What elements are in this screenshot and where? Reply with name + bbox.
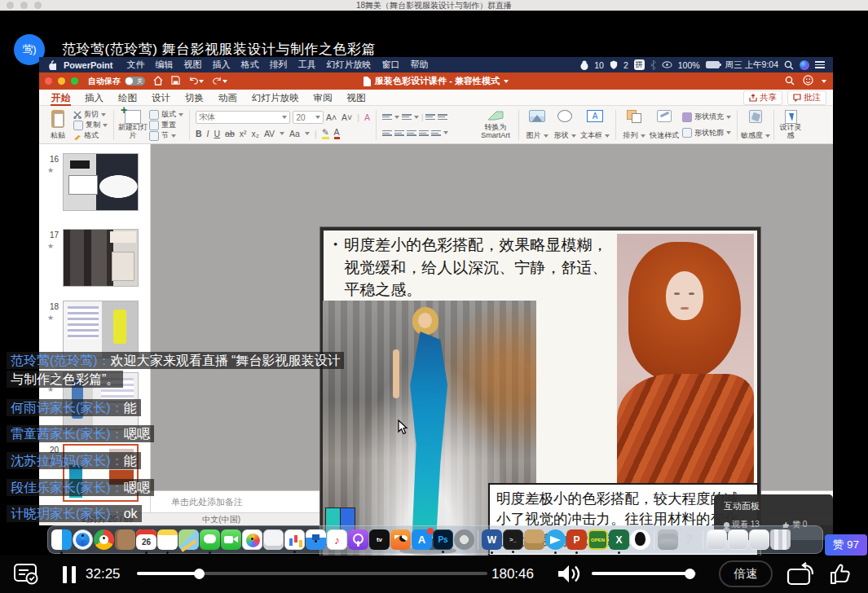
dock-icon-books[interactable] — [390, 529, 411, 550]
thumbnail-image[interactable] — [63, 229, 139, 287]
menu-item[interactable]: 工具 — [298, 59, 316, 71]
underline-button[interactable]: U — [214, 129, 221, 138]
volume-icon[interactable] — [556, 563, 582, 588]
dock-icon-file-drawer[interactable] — [658, 529, 678, 550]
dock-icon-photos[interactable] — [242, 529, 262, 550]
dock-icon-appstore[interactable]: A — [412, 529, 432, 550]
like-badge[interactable]: 赞 97 — [825, 534, 867, 556]
ppt-search-icon[interactable] — [785, 76, 795, 87]
slide-thumbnail[interactable]: 17★ — [39, 229, 151, 294]
progress-knob[interactable] — [194, 569, 205, 579]
highlight-pen-button[interactable]: ✎ — [322, 127, 329, 139]
italic-button[interactable]: I — [207, 129, 209, 138]
dock-icon-safari[interactable] — [73, 529, 93, 550]
volume-slider[interactable] — [592, 572, 696, 575]
subscript-button[interactable]: x₂ — [252, 129, 259, 138]
picture-button[interactable]: 图片 — [523, 108, 551, 142]
playback-speed-button[interactable]: 倍速 — [719, 560, 773, 587]
menu-item[interactable]: 窗口 — [382, 59, 400, 71]
shrink-font-button[interactable]: A˅ — [341, 112, 352, 122]
sensitivity-button[interactable]: 敏感度 — [742, 108, 769, 142]
rotate-screen-icon[interactable] — [784, 562, 817, 590]
design-ideas-button[interactable]: 设计灵感 — [778, 108, 803, 142]
clear-format-button[interactable]: A — [364, 112, 370, 122]
document-title[interactable]: 服装色彩设计课件 - 兼容性模式 — [375, 75, 500, 87]
dock-icon-keynote[interactable] — [306, 529, 326, 550]
dock-icon-music[interactable]: ♪ — [327, 529, 347, 550]
ribbon-tab[interactable]: 切换 — [178, 90, 211, 106]
menu-item[interactable]: 插入 — [213, 59, 231, 71]
dock-icon-podcasts[interactable] — [348, 529, 368, 550]
home-icon[interactable] — [153, 76, 163, 87]
menu-item[interactable]: 视图 — [184, 59, 202, 71]
dock-icon-calendar[interactable]: 26 — [136, 529, 156, 550]
pause-button[interactable] — [63, 566, 76, 583]
font-color-button[interactable]: A — [334, 127, 340, 139]
ribbon-tab[interactable]: 插入 — [77, 90, 111, 106]
input-method-icon[interactable]: 拼 — [634, 59, 645, 70]
menu-app-name[interactable]: PowerPoint — [64, 60, 113, 70]
ribbon-tab[interactable]: 幻灯片放映 — [245, 90, 306, 106]
redo-icon[interactable] — [212, 76, 223, 86]
window-zoom-button[interactable] — [34, 2, 42, 9]
dock-icon-finder[interactable] — [51, 529, 72, 550]
indent-increase-button[interactable] — [438, 114, 447, 120]
align-right-button[interactable] — [407, 130, 416, 136]
document-title-chevron[interactable] — [504, 80, 509, 86]
ribbon-tab[interactable]: 绘图 — [111, 90, 144, 106]
ppt-minimize-button[interactable] — [58, 77, 65, 85]
dock-icon-powerpoint[interactable]: P — [566, 529, 587, 550]
dock-icon-chart[interactable] — [284, 529, 305, 550]
dock-icon-excel[interactable]: X — [609, 529, 629, 550]
apple-menu-icon[interactable] — [47, 59, 56, 70]
shapes-button[interactable]: 形状 — [551, 108, 579, 142]
cut-button[interactable]: 剪切 — [73, 109, 108, 120]
spotlight-search-icon[interactable] — [784, 60, 794, 70]
format-painter-button[interactable]: 格式 — [73, 130, 108, 141]
notification-center-icon[interactable] — [815, 61, 825, 68]
window-minimize-button[interactable] — [20, 2, 28, 9]
dock-icon-trash[interactable] — [770, 529, 791, 550]
undo-icon[interactable] — [188, 76, 199, 86]
volume-knob[interactable] — [685, 569, 695, 579]
player-like-icon[interactable] — [828, 562, 853, 590]
dock-icon-qq[interactable] — [630, 529, 650, 550]
bullet-list-button[interactable] — [382, 114, 392, 120]
layout-button[interactable]: 版式 — [149, 109, 183, 120]
slide-thumbnail[interactable]: 16★ — [39, 153, 151, 218]
qq-penguin-icon[interactable] — [580, 60, 588, 70]
dock-icon-prefs[interactable] — [454, 529, 474, 550]
menu-item[interactable]: 编辑 — [156, 59, 174, 71]
dock-icon-win[interactable] — [707, 529, 727, 550]
font-size-combo[interactable]: 20 — [293, 111, 324, 124]
ppt-close-button[interactable] — [45, 77, 52, 85]
share-button[interactable]: 共享 — [743, 90, 782, 105]
strikethrough-button[interactable]: ab — [225, 129, 235, 138]
language-indicator[interactable]: 中文(中国) — [202, 514, 240, 525]
ribbon-tab[interactable]: 审阅 — [306, 90, 340, 106]
menu-item[interactable]: 格式 — [241, 59, 259, 71]
ribbon-tab[interactable]: 开始 — [44, 90, 77, 106]
menu-clock[interactable]: 周三 上午9:04 — [725, 59, 778, 71]
menu-item[interactable]: 帮助 — [411, 59, 429, 71]
menu-item[interactable]: 幻灯片放映 — [327, 59, 372, 71]
arrange-button[interactable]: 排列 — [620, 108, 648, 142]
ribbon-tab[interactable]: 设计 — [144, 90, 178, 106]
bold-button[interactable]: B — [196, 129, 202, 138]
subtitle-notes-icon[interactable] — [13, 563, 39, 589]
dock-icon-facetime[interactable] — [221, 529, 241, 550]
dock-icon-maps[interactable] — [178, 529, 199, 550]
superscript-button[interactable]: x² — [240, 129, 247, 138]
ppt-zoom-button[interactable] — [71, 77, 78, 85]
window-close-button[interactable] — [7, 2, 14, 9]
quick-styles-button[interactable]: 快速样式 — [648, 108, 681, 142]
dock-icon-photoshop[interactable]: Ps — [433, 529, 453, 550]
screen-mirroring-icon[interactable] — [662, 60, 672, 69]
ribbon-tab[interactable]: 动画 — [211, 90, 245, 106]
menu-item[interactable]: 文件 — [127, 59, 145, 71]
dock-icon-tv[interactable]: tv — [369, 529, 390, 550]
justify-button[interactable] — [419, 130, 429, 136]
dock-icon-preview[interactable] — [263, 529, 284, 550]
thumbnail-image[interactable] — [63, 153, 139, 211]
section-button[interactable]: 节 — [149, 130, 183, 141]
